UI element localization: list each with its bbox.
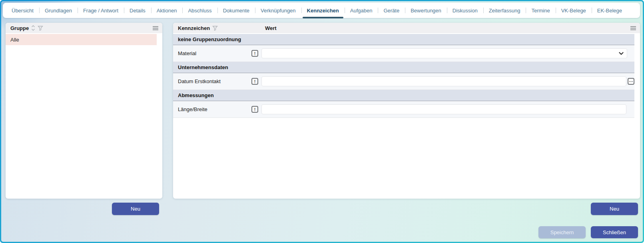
gruppe-list: Alle (6, 34, 157, 45)
kennzeichen-panel-header: Kennzeichen Wert (173, 23, 640, 33)
gruppe-neu-button[interactable]: Neu (112, 203, 159, 215)
field-label: Datum Erstkontakt (178, 78, 251, 84)
material-dropdown[interactable] (261, 48, 627, 58)
tab-label: Abschluss (188, 8, 211, 14)
laenge-breite-input[interactable] (261, 104, 626, 114)
panel-menu-icon[interactable] (153, 26, 158, 30)
app-window: Übersicht Grundlagen Frage / Antwort Det… (0, 0, 644, 243)
tab-label: Übersicht (12, 8, 34, 14)
gruppe-panel-title: Gruppe (10, 25, 29, 31)
gruppe-panel-header: Gruppe (6, 23, 162, 33)
list-item-label: Alle (10, 37, 19, 43)
tab-label: Bewertungen (411, 8, 441, 14)
tab-label: Grundlagen (45, 8, 72, 14)
field-value-area (261, 48, 634, 58)
group-header-label: keine Gruppenzuordnung (178, 36, 241, 42)
schliessen-button[interactable]: Schließen (591, 226, 638, 238)
tab-abschluss[interactable]: Abschluss (182, 3, 217, 18)
tab-uebersicht[interactable]: Übersicht (6, 3, 39, 18)
tab-ek-belege[interactable]: EK-Belege (592, 3, 628, 18)
datum-erstkontakt-input[interactable] (261, 76, 626, 86)
tab-label: Details (130, 8, 146, 14)
group-header-unternehmensdaten: Unternehmensdaten (173, 62, 634, 73)
tab-geraete[interactable]: Geräte (378, 3, 405, 18)
panel-menu-icon[interactable] (630, 26, 636, 30)
ellipsis-picker-icon[interactable]: … (628, 78, 634, 85)
tab-grundlagen[interactable]: Grundlagen (39, 3, 78, 18)
field-row-datum-erstkontakt: Datum Erstkontakt ! … (173, 73, 634, 90)
field-row-material: Material ! (173, 45, 634, 62)
filter-icon[interactable] (212, 26, 218, 31)
speichern-button[interactable]: Speichern (538, 226, 586, 238)
tab-kennzeichen-active[interactable]: Kennzeichen (301, 3, 345, 18)
sort-icon[interactable] (31, 25, 35, 31)
alert-icon: ! (251, 50, 258, 57)
tab-vk-belege[interactable]: VK-Belege (556, 3, 592, 18)
tab-bar: Übersicht Grundlagen Frage / Antwort Det… (3, 3, 640, 18)
active-tab-underline (303, 17, 343, 18)
tab-verknuepfungen[interactable]: Verknüpfungen (255, 3, 301, 18)
tab-label: Geräte (383, 8, 399, 14)
kennzeichen-rows: keine Gruppenzuordnung Material ! Untern… (173, 34, 634, 118)
kennzeichen-panel: Kennzeichen Wert keine Gruppenzuordnung … (173, 23, 640, 199)
wert-column-header: Wert (265, 25, 277, 31)
tab-label: EK-Belege (597, 8, 622, 14)
tab-label: Dokumente (223, 8, 249, 14)
tab-label: Verknüpfungen (261, 8, 295, 14)
filter-icon[interactable] (38, 26, 43, 31)
tab-zeiterfassung[interactable]: Zeiterfassung (483, 3, 526, 18)
field-label: Material (178, 50, 251, 56)
tab-label: Aktionen (157, 8, 177, 14)
tab-label: Aufgaben (350, 8, 373, 14)
field-row-laenge-breite: Länge/Breite ! (173, 101, 634, 118)
page-background: Übersicht Grundlagen Frage / Antwort Det… (1, 1, 643, 242)
field-value-area (261, 104, 634, 114)
chevron-down-icon (619, 52, 624, 55)
group-header-label: Unternehmensdaten (178, 64, 228, 70)
tab-label: Frage / Antwort (83, 8, 118, 14)
tab-details[interactable]: Details (124, 3, 151, 18)
group-header-label: Abmessungen (178, 92, 214, 98)
tab-label: Diskussion (453, 8, 478, 14)
list-item-alle[interactable]: Alle (6, 34, 157, 45)
field-value-area: … (261, 76, 634, 86)
group-header-abmessungen: Abmessungen (173, 90, 634, 101)
tab-label: VK-Belege (561, 8, 586, 14)
tab-aufgaben[interactable]: Aufgaben (345, 3, 378, 18)
tab-bewertungen[interactable]: Bewertungen (405, 3, 447, 18)
tab-frage-antwort[interactable]: Frage / Antwort (78, 3, 124, 18)
kennzeichen-neu-button[interactable]: Neu (591, 203, 638, 215)
tab-label: Kennzeichen (307, 8, 339, 14)
group-header-keine-gruppenzuordnung: keine Gruppenzuordnung (173, 34, 634, 45)
alert-icon: ! (251, 106, 258, 113)
tab-label: Zeiterfassung (489, 8, 520, 14)
tab-aktionen[interactable]: Aktionen (151, 3, 183, 18)
tab-dokumente[interactable]: Dokumente (217, 3, 255, 18)
field-label: Länge/Breite (178, 106, 251, 112)
gruppe-panel: Gruppe Alle (6, 23, 162, 199)
tab-termine[interactable]: Termine (526, 3, 555, 18)
tab-diskussion[interactable]: Diskussion (447, 3, 483, 18)
kennzeichen-column-header: Kennzeichen (178, 25, 210, 31)
alert-icon: ! (251, 78, 258, 85)
tab-label: Termine (531, 8, 550, 14)
